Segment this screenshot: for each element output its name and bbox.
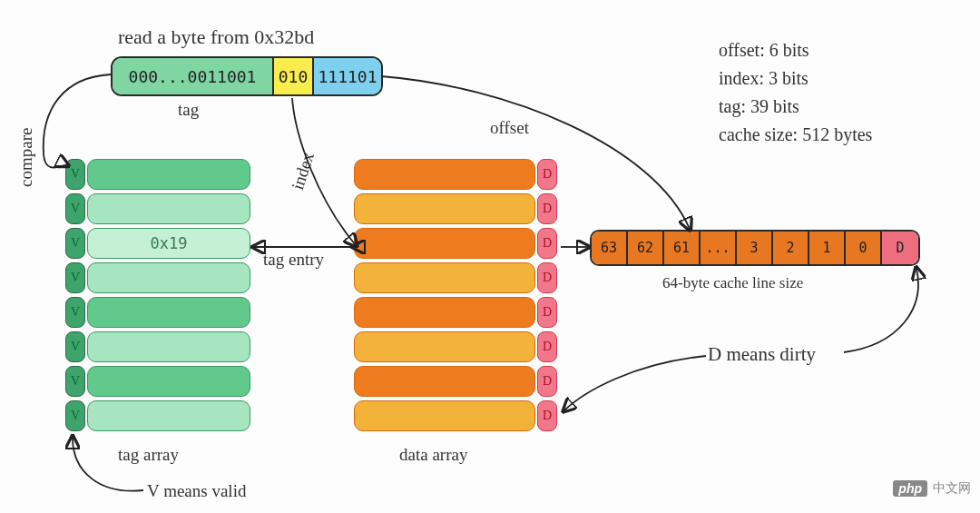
data-cell bbox=[354, 159, 535, 190]
addr-tag-field: 000...0011001 bbox=[113, 58, 274, 94]
d-means-dirty-label: D means dirty bbox=[708, 343, 816, 366]
dirty-bit-cell: D bbox=[537, 297, 557, 328]
data-cell bbox=[354, 400, 535, 431]
cache-line-byte: ... bbox=[701, 232, 737, 264]
data-cell bbox=[354, 297, 535, 328]
valid-bit-cell: V bbox=[65, 366, 85, 397]
data-array-label: data array bbox=[399, 445, 467, 465]
v-means-valid-label: V means valid bbox=[147, 481, 246, 501]
tag-row: V bbox=[65, 193, 250, 224]
dirty-bit-cell: D bbox=[537, 159, 557, 190]
tag-row: V bbox=[65, 366, 250, 397]
tag-cell bbox=[87, 400, 250, 431]
data-cell bbox=[354, 366, 535, 397]
info-offset: offset: 6 bits bbox=[719, 36, 872, 64]
compare-label: compare bbox=[16, 128, 36, 187]
cache-line-byte: 3 bbox=[737, 232, 773, 264]
size-info: offset: 6 bits index: 3 bits tag: 39 bit… bbox=[719, 36, 872, 149]
info-tag: tag: 39 bits bbox=[719, 93, 872, 121]
data-row: D bbox=[354, 228, 557, 259]
addr-offset-field: 111101 bbox=[314, 58, 381, 94]
watermark-text: 中文网 bbox=[933, 480, 971, 497]
data-row: D bbox=[354, 262, 557, 293]
tag-row: V0x19 bbox=[65, 228, 250, 259]
cache-line-byte: 63 bbox=[592, 232, 628, 264]
dirty-bit-cell: D bbox=[537, 262, 557, 293]
tag-row: V bbox=[65, 400, 250, 431]
data-array: DDDDDDDD bbox=[354, 159, 557, 431]
cache-line-dirty-bit: D bbox=[882, 232, 918, 264]
data-cell bbox=[354, 228, 535, 259]
tag-row: V bbox=[65, 159, 250, 190]
tag-row: V bbox=[65, 297, 250, 328]
valid-bit-cell: V bbox=[65, 159, 85, 190]
data-row: D bbox=[354, 159, 557, 190]
data-cell bbox=[354, 331, 535, 362]
index-label: index bbox=[288, 150, 318, 192]
tag-row: V bbox=[65, 262, 250, 293]
tag-cell bbox=[87, 331, 250, 362]
data-row: D bbox=[354, 366, 557, 397]
valid-bit-cell: V bbox=[65, 228, 85, 259]
watermark: php 中文网 bbox=[893, 480, 971, 497]
dirty-bit-cell: D bbox=[537, 228, 557, 259]
cache-line-byte: 2 bbox=[773, 232, 809, 264]
cache-line-byte: 1 bbox=[809, 232, 846, 264]
valid-bit-cell: V bbox=[65, 297, 85, 328]
tag-cell bbox=[87, 193, 250, 224]
tag-cell bbox=[87, 159, 250, 190]
data-cell bbox=[354, 193, 535, 224]
data-row: D bbox=[354, 297, 557, 328]
tag-cell bbox=[87, 262, 250, 293]
tag-array: VVV0x19VVVVV bbox=[65, 159, 250, 431]
addr-index-field: 010 bbox=[274, 58, 314, 94]
data-row: D bbox=[354, 331, 557, 362]
data-row: D bbox=[354, 193, 557, 224]
cache-line: 636261...3210D bbox=[590, 230, 920, 266]
tag-cell bbox=[87, 366, 250, 397]
tag-entry-label: tag entry bbox=[263, 250, 324, 270]
tag-cell bbox=[87, 297, 250, 328]
data-row: D bbox=[354, 400, 557, 431]
diagram-title: read a byte from 0x32bd bbox=[118, 25, 314, 49]
info-cache-size: cache size: 512 bytes bbox=[719, 121, 872, 149]
cache-line-byte: 62 bbox=[628, 232, 664, 264]
valid-bit-cell: V bbox=[65, 262, 85, 293]
offset-label: offset bbox=[490, 118, 529, 138]
cache-line-byte: 0 bbox=[846, 232, 882, 264]
address-breakdown: 000...0011001 010 111101 bbox=[111, 56, 383, 96]
cache-line-byte: 61 bbox=[664, 232, 701, 264]
valid-bit-cell: V bbox=[65, 193, 85, 224]
watermark-logo: php bbox=[893, 480, 927, 497]
dirty-bit-cell: D bbox=[537, 331, 557, 362]
valid-bit-cell: V bbox=[65, 400, 85, 431]
tag-cell: 0x19 bbox=[87, 228, 250, 259]
tag-array-label: tag array bbox=[118, 445, 179, 465]
cache-line-size-label: 64-byte cache line size bbox=[662, 274, 803, 292]
dirty-bit-cell: D bbox=[537, 366, 557, 397]
data-cell bbox=[354, 262, 535, 293]
dirty-bit-cell: D bbox=[537, 193, 557, 224]
valid-bit-cell: V bbox=[65, 331, 85, 362]
info-index: index: 3 bits bbox=[719, 64, 872, 93]
dirty-bit-cell: D bbox=[537, 400, 557, 431]
tag-row: V bbox=[65, 331, 250, 362]
addr-tag-label: tag bbox=[178, 100, 199, 120]
